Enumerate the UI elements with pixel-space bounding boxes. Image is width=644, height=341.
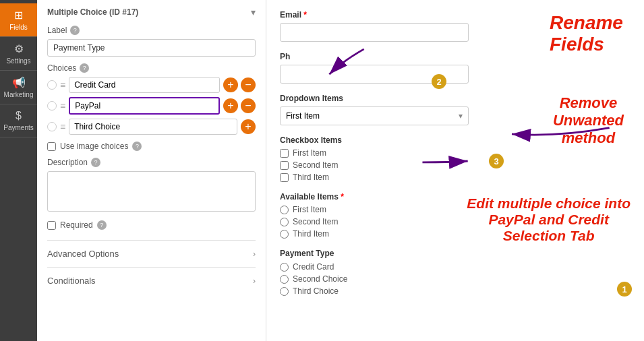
available-items-section: Available Items * First Item Second Item… — [280, 192, 631, 239]
choice-radio-2[interactable] — [47, 101, 57, 111]
payment-radio-1: Credit Card — [280, 262, 631, 272]
conditionals-header[interactable]: Conditionals › — [47, 276, 256, 286]
phone-section: Ph — [280, 52, 631, 84]
email-label: Email * — [280, 10, 631, 20]
marketing-icon: 📢 — [12, 76, 26, 89]
required-row: Required ? — [47, 220, 256, 230]
sidebar-item-payments[interactable]: $ Payments — [0, 104, 37, 137]
email-section: Email * — [280, 10, 631, 42]
payments-icon: $ — [16, 110, 22, 122]
checkbox-section: Checkbox Items First Item Second Item Th… — [280, 135, 631, 182]
checkbox-section-label: Checkbox Items — [280, 135, 631, 145]
main-content: Email * Ph Dropdown Items First Item ▾ C… — [266, 0, 644, 341]
checkbox-item-1: First Item — [280, 148, 631, 158]
description-help-icon: ? — [91, 158, 100, 167]
choice-item-3: ≡ + — [47, 119, 256, 135]
required-checkbox[interactable] — [47, 221, 56, 230]
label-section-header: Label ? — [47, 26, 256, 35]
choice-actions-2: + − — [223, 98, 256, 113]
use-image-choices-row: Use image choices ? — [47, 142, 256, 151]
choice-drag-3[interactable]: ≡ — [60, 121, 65, 132]
payment-radio-input-3[interactable] — [280, 287, 289, 296]
advanced-options-accordion: Advanced Options › — [47, 240, 256, 267]
dropdown-select[interactable]: First Item ▾ — [280, 106, 469, 125]
available-radio-2: Second Item — [280, 217, 631, 226]
payment-radio-3: Third Choice — [280, 286, 631, 296]
choice-remove-1[interactable]: − — [241, 78, 256, 92]
sidebar-item-settings[interactable]: ⚙ Settings — [0, 37, 37, 71]
dropdown-label: Dropdown Items — [280, 94, 631, 103]
sidebar: ⊞ Fields ⚙ Settings 📢 Marketing $ Paymen… — [0, 0, 37, 341]
panel-collapse-icon[interactable]: ▾ — [251, 7, 256, 18]
available-required-star: * — [341, 192, 344, 202]
dropdown-section: Dropdown Items First Item ▾ — [280, 94, 631, 125]
dropdown-value: First Item — [286, 111, 320, 121]
required-help-icon: ? — [97, 220, 107, 230]
available-radio-3: Third Item — [280, 229, 631, 239]
advanced-options-header[interactable]: Advanced Options › — [47, 249, 256, 259]
settings-icon: ⚙ — [14, 42, 24, 55]
checkbox-item-3: Third Item — [280, 173, 631, 182]
available-items-label: Available Items * — [280, 192, 631, 202]
phone-label: Ph — [280, 52, 631, 61]
available-radio-input-2[interactable] — [280, 218, 289, 226]
payment-radio-input-2[interactable] — [280, 275, 289, 284]
choices-header: Choices ? — [47, 63, 256, 73]
payment-radio-2: Second Choice — [280, 274, 631, 284]
fields-icon: ⊞ — [14, 9, 23, 22]
image-choices-help-icon: ? — [132, 142, 142, 151]
checkbox-item-2: Second Item — [280, 160, 631, 170]
choices-help-icon: ? — [80, 63, 89, 73]
choice-add-3[interactable]: + — [241, 119, 256, 134]
available-radio-1: First Item — [280, 205, 631, 214]
choice-actions-1: + − — [223, 78, 256, 92]
description-header: Description ? — [47, 158, 256, 167]
email-input[interactable] — [280, 23, 469, 42]
advanced-options-arrow-icon: › — [253, 249, 256, 259]
dropdown-arrow-icon: ▾ — [459, 111, 463, 121]
label-help-icon: ? — [70, 26, 80, 35]
checkbox-3[interactable] — [280, 173, 289, 182]
choice-drag-1[interactable]: ≡ — [60, 80, 65, 90]
choice-add-2[interactable]: + — [223, 98, 238, 113]
checkbox-1[interactable] — [280, 149, 289, 158]
conditionals-arrow-icon: › — [253, 276, 256, 286]
sidebar-item-marketing[interactable]: 📢 Marketing — [0, 71, 37, 104]
choice-radio-3[interactable] — [47, 122, 57, 131]
choice-radio-1[interactable] — [47, 80, 57, 90]
fields-panel: Multiple Choice (ID #17) ▾ Label ? Choic… — [37, 0, 266, 341]
choice-actions-3: + — [241, 119, 256, 134]
sidebar-item-fields[interactable]: ⊞ Fields — [0, 3, 37, 37]
choice-item-2: ≡ + − — [47, 97, 256, 115]
choice-input-2[interactable] — [69, 97, 220, 115]
payment-type-label: Payment Type — [280, 249, 631, 258]
conditionals-accordion: Conditionals › — [47, 267, 256, 294]
panel-header: Multiple Choice (ID #17) ▾ — [47, 7, 256, 18]
email-required-star: * — [303, 10, 307, 20]
use-image-choices-checkbox[interactable] — [47, 142, 56, 151]
available-radio-input-1[interactable] — [280, 206, 289, 214]
choices-section: Choices ? ≡ + − ≡ + − ≡ — [47, 63, 256, 135]
label-input[interactable] — [47, 39, 256, 57]
choice-remove-2[interactable]: − — [241, 98, 256, 113]
choice-add-1[interactable]: + — [223, 78, 238, 92]
checkbox-2[interactable] — [280, 161, 289, 170]
phone-input[interactable] — [280, 65, 469, 84]
panel-title: Multiple Choice (ID #17) — [47, 7, 138, 17]
description-textarea[interactable] — [47, 171, 256, 212]
choice-input-3[interactable] — [69, 119, 237, 135]
choice-item-1: ≡ + − — [47, 77, 256, 93]
available-radio-input-3[interactable] — [280, 230, 289, 239]
choice-input-1[interactable] — [69, 77, 220, 93]
choice-drag-2[interactable]: ≡ — [60, 100, 65, 111]
payment-radio-input-1[interactable] — [280, 263, 289, 272]
payment-section: Payment Type Credit Card Second Choice T… — [280, 249, 631, 296]
